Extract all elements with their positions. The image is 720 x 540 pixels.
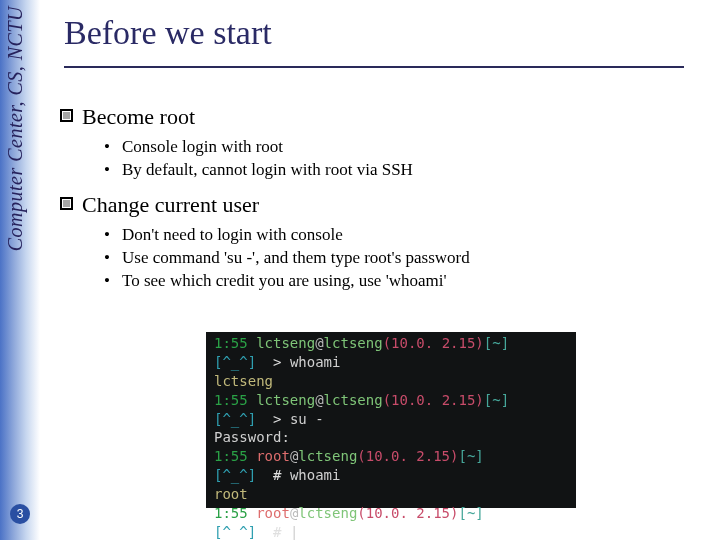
list-item: •Don't need to login with console	[122, 224, 690, 247]
terminal-line: [^_^] > su -	[214, 410, 568, 429]
content-area: Before we start Become root •Console log…	[64, 14, 690, 293]
terminal-line: [^_^] # |	[214, 523, 568, 540]
dot-bullet-icon: •	[104, 270, 110, 293]
terminal-line: 1:55 lctseng@lctseng(10.0. 2.15)[~]	[214, 391, 568, 410]
list-item-text: To see which credit you are using, use '…	[122, 271, 447, 290]
terminal-line: root	[214, 485, 568, 504]
dot-bullet-icon: •	[104, 247, 110, 270]
dot-bullet-icon: •	[104, 224, 110, 247]
square-bullet-icon	[60, 197, 73, 210]
section-heading-text: Change current user	[82, 192, 259, 217]
list-item: •Use command 'su -', and them type root'…	[122, 247, 690, 270]
section-heading: Change current user	[82, 192, 690, 218]
terminal-line: 1:55 root@lctseng(10.0. 2.15)[~]	[214, 504, 568, 523]
terminal-line: Password:	[214, 428, 568, 447]
list-item: •By default, cannot login with root via …	[122, 159, 690, 182]
terminal-screenshot: 1:55 lctseng@lctseng(10.0. 2.15)[~] [^_^…	[206, 332, 576, 508]
page-number-badge: 3	[10, 504, 30, 524]
list-item-text: Don't need to login with console	[122, 225, 343, 244]
title-underline	[64, 66, 684, 68]
terminal-line: [^_^] # whoami	[214, 466, 568, 485]
section-heading: Become root	[82, 104, 690, 130]
list-item: •To see which credit you are using, use …	[122, 270, 690, 293]
terminal-line: [^_^] > whoami	[214, 353, 568, 372]
terminal-line: 1:55 lctseng@lctseng(10.0. 2.15)[~]	[214, 334, 568, 353]
list-item-text: Use command 'su -', and them type root's…	[122, 248, 470, 267]
sidebar-strip: Computer Center, CS, NCTU	[0, 0, 40, 540]
terminal-line: 1:55 root@lctseng(10.0. 2.15)[~]	[214, 447, 568, 466]
list-item-text: By default, cannot login with root via S…	[122, 160, 413, 179]
terminal-line: lctseng	[214, 372, 568, 391]
slide: Computer Center, CS, NCTU 3 Before we st…	[0, 0, 720, 540]
list-item-text: Console login with root	[122, 137, 283, 156]
dot-bullet-icon: •	[104, 159, 110, 182]
sidebar-org-text: Computer Center, CS, NCTU	[4, 6, 27, 251]
section-heading-text: Become root	[82, 104, 195, 129]
square-bullet-icon	[60, 109, 73, 122]
list-item: •Console login with root	[122, 136, 690, 159]
slide-title: Before we start	[64, 14, 690, 52]
dot-bullet-icon: •	[104, 136, 110, 159]
